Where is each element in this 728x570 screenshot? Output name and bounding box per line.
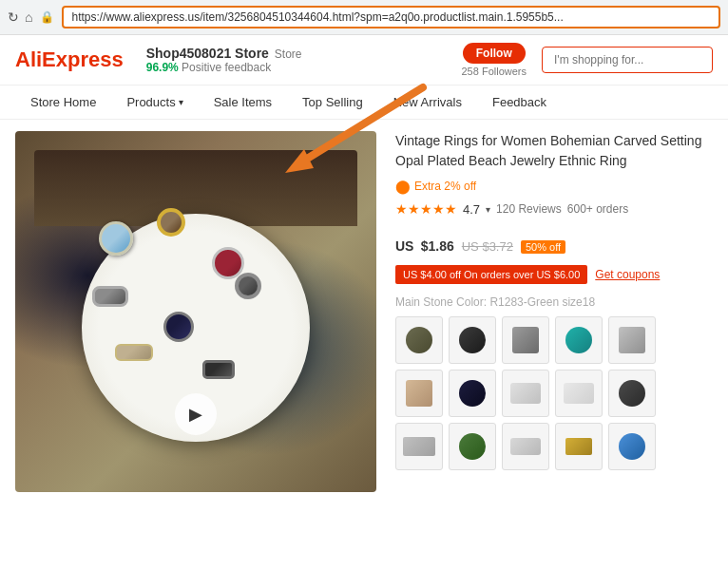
rating-number: 4.7 bbox=[463, 202, 480, 217]
stone-option-12[interactable] bbox=[449, 423, 496, 470]
store-name: Shop4508021 Store Store bbox=[146, 46, 431, 61]
rating-row: ★★★★★ 4.7 ▾ 120 Reviews 600+ orders bbox=[395, 201, 713, 217]
extra-off-text: Extra 2% off bbox=[414, 180, 476, 193]
discount-badge: 50% off bbox=[521, 240, 565, 254]
stone-option-7[interactable] bbox=[449, 370, 496, 417]
stone-option-5[interactable] bbox=[608, 316, 656, 364]
stone-option-8[interactable] bbox=[502, 370, 549, 417]
nav-sale-items[interactable]: Sale Items bbox=[199, 86, 287, 119]
extra-off-icon: ⬤ bbox=[395, 179, 411, 194]
product-image-main: ▶ bbox=[15, 131, 376, 492]
review-count: 120 Reviews bbox=[496, 202, 562, 216]
price-original: US $3.72 bbox=[462, 239, 513, 254]
follow-button[interactable]: Follow bbox=[463, 43, 526, 64]
nav-top-selling[interactable]: Top Selling bbox=[287, 86, 378, 119]
price-row: US $1.86 US $3.72 50% off bbox=[395, 228, 713, 257]
search-input[interactable] bbox=[542, 47, 713, 73]
stone-option-1[interactable] bbox=[395, 316, 443, 364]
stone-option-15[interactable] bbox=[608, 423, 656, 470]
stone-color-grid bbox=[395, 316, 713, 470]
get-coupons-link[interactable]: Get coupons bbox=[595, 268, 660, 281]
stone-option-2[interactable] bbox=[449, 316, 496, 364]
stone-color-label: Main Stone Color: R1283-Green size18 bbox=[395, 295, 713, 309]
coupon-row: US $4.00 off On orders over US $6.00 Get… bbox=[395, 265, 713, 284]
store-info: Shop4508021 Store Store 96.9% Positive f… bbox=[146, 46, 431, 74]
star-icons: ★★★★★ bbox=[395, 201, 457, 217]
nav-feedback[interactable]: Feedback bbox=[477, 86, 562, 119]
nav-new-arrivals[interactable]: New Arrivals bbox=[378, 86, 477, 119]
order-count: 600+ orders bbox=[567, 202, 628, 216]
follow-section: Follow 258 Followers bbox=[462, 43, 527, 77]
stone-option-11[interactable] bbox=[395, 423, 443, 470]
browser-bar: ↻ ⌂ 🔒 https://www.aliexpress.us/item/325… bbox=[0, 0, 728, 35]
play-button[interactable]: ▶ bbox=[175, 393, 217, 435]
aliexpress-logo: AliExpress bbox=[15, 48, 124, 72]
stone-option-6[interactable] bbox=[395, 370, 443, 417]
store-feedback: 96.9% Positive feedback bbox=[146, 61, 431, 74]
main-content: ▶ Vintage Rings for Women Bohemian Carve… bbox=[0, 120, 728, 504]
lock-icon: 🔒 bbox=[40, 10, 54, 24]
stone-option-13[interactable] bbox=[502, 423, 549, 470]
site-header: AliExpress Shop4508021 Store Store 96.9%… bbox=[0, 35, 728, 86]
stone-option-10[interactable] bbox=[608, 370, 656, 417]
extra-off-row: ⬤ Extra 2% off bbox=[395, 179, 713, 194]
nav-products[interactable]: Products bbox=[111, 86, 198, 119]
price-main: US $1.86 bbox=[395, 228, 454, 257]
stone-option-3[interactable] bbox=[502, 316, 549, 364]
stone-option-9[interactable] bbox=[555, 370, 603, 417]
address-bar[interactable]: https://www.aliexpress.us/item/325680451… bbox=[62, 6, 720, 28]
product-details: Vintage Rings for Women Bohemian Carved … bbox=[395, 131, 713, 492]
nav-store-home[interactable]: Store Home bbox=[15, 86, 111, 119]
reload-icon[interactable]: ↻ bbox=[8, 10, 19, 25]
stone-option-14[interactable] bbox=[555, 423, 603, 470]
followers-count: 258 Followers bbox=[462, 66, 527, 77]
coupon-badge: US $4.00 off On orders over US $6.00 bbox=[395, 265, 587, 284]
store-navigation: Store Home Products Sale Items Top Selli… bbox=[0, 86, 728, 120]
product-image-bg: ▶ bbox=[15, 131, 376, 492]
stone-option-4[interactable] bbox=[555, 316, 603, 364]
home-icon[interactable]: ⌂ bbox=[25, 10, 32, 25]
browser-nav-icons: ↻ ⌂ bbox=[8, 10, 32, 25]
product-image-section: ▶ bbox=[15, 131, 376, 492]
rating-chevron[interactable]: ▾ bbox=[486, 204, 490, 215]
product-title: Vintage Rings for Women Bohemian Carved … bbox=[395, 131, 713, 171]
